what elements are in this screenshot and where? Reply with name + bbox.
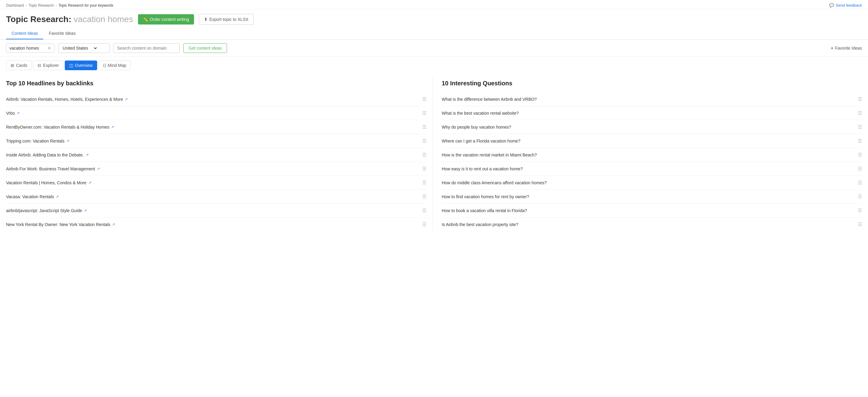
- question-text: Is Airbnb the best vacation property sit…: [442, 222, 519, 227]
- title-keyword: vacation homes: [74, 14, 133, 24]
- external-link-icon[interactable]: ↗: [88, 181, 91, 185]
- add-to-favorites-icon[interactable]: ☰: [422, 152, 427, 158]
- export-icon: ⬆: [204, 17, 208, 22]
- favorite-ideas-link-label: Favorite Ideas: [835, 46, 862, 51]
- add-to-favorites-icon[interactable]: ☰: [858, 152, 862, 158]
- add-to-favorites-icon[interactable]: ☰: [422, 208, 427, 213]
- edit-icon: ✏️: [143, 17, 148, 22]
- add-to-favorites-icon[interactable]: ☰: [422, 110, 427, 116]
- external-link-icon[interactable]: ↗: [66, 139, 69, 143]
- question-text: How do middle class Americans afford vac…: [442, 180, 547, 185]
- question-text: What is the difference between Airbnb an…: [442, 97, 537, 102]
- order-content-writing-button[interactable]: ✏️ Order content writing: [138, 14, 194, 25]
- external-link-icon[interactable]: ↗: [125, 97, 128, 101]
- list-item: Where can I get a Florida vacation home?…: [442, 134, 862, 148]
- headline-text: RentByOwner.com: Vacation Rentals & Holi…: [6, 125, 114, 129]
- cards-icon: ⊞: [10, 63, 14, 68]
- table-row: Airbnb: Vacation Rentals, Homes, Hotels,…: [6, 92, 427, 106]
- list-item: Is Airbnb the best vacation property sit…: [442, 218, 862, 231]
- headline-text: Vrbo ↗: [6, 111, 20, 116]
- add-to-favorites-icon[interactable]: ☰: [422, 194, 427, 200]
- view-tab-mindmap[interactable]: ⟨⟩ Mind Map: [98, 61, 131, 70]
- question-text: What is the best vacation rental website…: [442, 111, 519, 116]
- external-link-icon[interactable]: ↗: [86, 153, 89, 157]
- table-row: Airbnb For Work: Business Travel Managem…: [6, 162, 427, 176]
- tab-content-ideas[interactable]: Content Ideas: [6, 28, 43, 39]
- overview-label: Overview: [75, 63, 93, 68]
- export-topic-button[interactable]: ⬆ Export topic to XLSX: [199, 14, 254, 25]
- clear-keyword-icon[interactable]: ✕: [48, 46, 51, 51]
- external-link-icon[interactable]: ↗: [97, 167, 100, 171]
- add-to-favorites-icon[interactable]: ☰: [422, 180, 427, 185]
- export-btn-label: Export topic to XLSX: [210, 17, 248, 22]
- domain-search-input[interactable]: [113, 43, 180, 53]
- add-to-favorites-icon[interactable]: ☰: [858, 208, 862, 213]
- external-link-icon[interactable]: ↗: [17, 111, 20, 115]
- add-to-favorites-icon[interactable]: ☰: [422, 124, 427, 130]
- external-link-icon[interactable]: ↗: [111, 125, 114, 129]
- tab-favorite-ideas[interactable]: Favorite Ideas: [43, 28, 81, 39]
- keyword-input[interactable]: [9, 46, 46, 51]
- view-tab-overview[interactable]: ◫ Overview: [65, 61, 97, 70]
- send-feedback-link[interactable]: 💬 Send feedback: [829, 3, 862, 7]
- view-tab-explorer[interactable]: ⊟ Explorer: [33, 61, 63, 70]
- headline-text: airbnb/javascript: JavaScript Style Guid…: [6, 208, 87, 213]
- question-text: How is the vacation rental market in Mia…: [442, 153, 537, 157]
- add-to-favorites-icon[interactable]: ☰: [858, 124, 862, 130]
- add-to-favorites-icon[interactable]: ☰: [858, 166, 862, 172]
- list-item: How easy is it to rent out a vacation ho…: [442, 162, 862, 176]
- country-select[interactable]: United States United Kingdom Canada: [61, 45, 98, 51]
- chat-icon: 💬: [829, 3, 834, 7]
- table-row: New York Rental By Owner: New York Vacat…: [6, 218, 427, 231]
- add-to-favorites-icon[interactable]: ☰: [422, 221, 427, 227]
- headline-text: Tripping.com: Vacation Rentals ↗: [6, 139, 69, 144]
- table-row: Vacasa: Vacation Rentals ↗ ☰: [6, 190, 427, 204]
- filters-bar: ✕ United States United Kingdom Canada Ge…: [0, 40, 868, 57]
- top-bar: Dashboard › Topic Research › Topic Resea…: [0, 0, 868, 9]
- table-row: RentByOwner.com: Vacation Rentals & Holi…: [6, 120, 427, 134]
- favorite-ideas-nav-link[interactable]: ≡ Favorite Ideas: [831, 46, 862, 51]
- view-tabs-bar: ⊞ Cards ⊟ Explorer ◫ Overview ⟨⟩ Mind Ma…: [0, 57, 868, 74]
- view-tab-cards[interactable]: ⊞ Cards: [6, 61, 32, 70]
- add-to-favorites-icon[interactable]: ☰: [858, 194, 862, 200]
- list-item: How to book a vacation villa rental in F…: [442, 204, 862, 218]
- get-content-ideas-button[interactable]: Get content ideas: [183, 43, 227, 53]
- add-to-favorites-icon[interactable]: ☰: [858, 96, 862, 102]
- list-item: Why do people buy vacation homes? ☰: [442, 120, 862, 134]
- table-row: Vrbo ↗ ☰: [6, 106, 427, 120]
- list-item: What is the best vacation rental website…: [442, 106, 862, 120]
- add-to-favorites-icon[interactable]: ☰: [858, 138, 862, 144]
- add-to-favorites-icon[interactable]: ☰: [858, 180, 862, 185]
- add-to-favorites-icon[interactable]: ☰: [422, 96, 427, 102]
- list-item: How is the vacation rental market in Mia…: [442, 148, 862, 162]
- list-item: How do middle class Americans afford vac…: [442, 176, 862, 190]
- table-row: Inside Airbnb. Adding Data to the Debate…: [6, 148, 427, 162]
- questions-section-title: 10 Interesting Questions: [442, 80, 862, 87]
- table-row: airbnb/javascript: JavaScript Style Guid…: [6, 204, 427, 218]
- headlines-section-title: Top 10 Headlines by backlinks: [6, 80, 427, 87]
- overview-icon: ◫: [69, 63, 73, 68]
- external-link-icon[interactable]: ↗: [112, 222, 115, 227]
- headline-text: Airbnb For Work: Business Travel Managem…: [6, 166, 100, 171]
- questions-list: What is the difference between Airbnb an…: [442, 92, 862, 231]
- add-to-favorites-icon[interactable]: ☰: [858, 110, 862, 116]
- country-select-wrap: United States United Kingdom Canada: [58, 43, 110, 53]
- headline-text: Inside Airbnb. Adding Data to the Debate…: [6, 153, 89, 157]
- mindmap-label: Mind Map: [108, 63, 126, 68]
- table-row: Tripping.com: Vacation Rentals ↗ ☰: [6, 134, 427, 148]
- question-text: How easy is it to rent out a vacation ho…: [442, 166, 523, 171]
- add-to-favorites-icon[interactable]: ☰: [858, 221, 862, 227]
- breadcrumb-sep2: ›: [55, 3, 57, 7]
- breadcrumb-dashboard[interactable]: Dashboard: [6, 3, 24, 7]
- breadcrumb-topic-research[interactable]: Topic Research: [29, 3, 54, 7]
- headline-text: Airbnb: Vacation Rentals, Homes, Hotels,…: [6, 97, 128, 102]
- add-to-favorites-icon[interactable]: ☰: [422, 166, 427, 172]
- question-text: How to book a vacation villa rental in F…: [442, 208, 527, 213]
- right-column: 10 Interesting Questions What is the dif…: [433, 77, 862, 231]
- external-link-icon[interactable]: ↗: [84, 209, 87, 213]
- list-item: How to find vacation homes for rent by o…: [442, 190, 862, 204]
- external-link-icon[interactable]: ↗: [56, 194, 59, 199]
- page-title: Topic Research: vacation homes: [6, 14, 133, 24]
- cards-label: Cards: [16, 63, 27, 68]
- add-to-favorites-icon[interactable]: ☰: [422, 138, 427, 144]
